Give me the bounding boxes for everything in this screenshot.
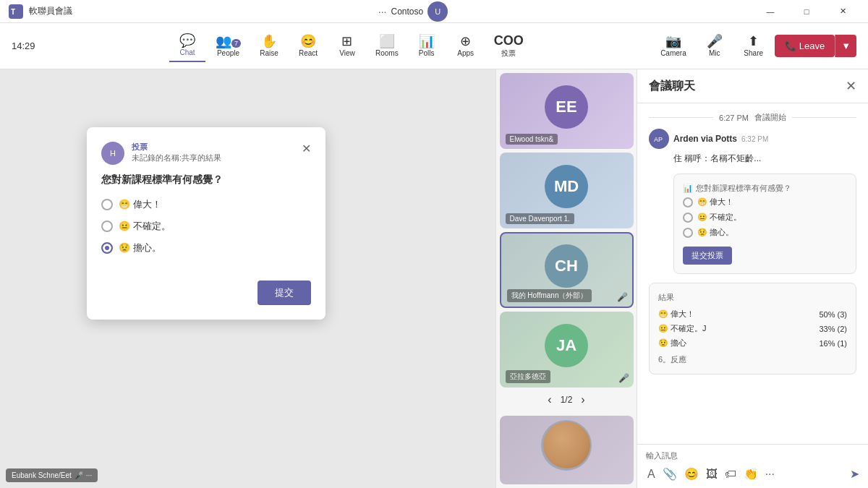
contoso-label: Contoso [391,7,423,17]
meeting-toolbar: 14:29 💬 Chat 👥7 People ✋ Raise 😊 React ⊞… [0,23,868,69]
poll-card-submit-button[interactable]: 提交投票 [683,247,732,265]
person-face [543,421,590,468]
poll-option-3: 😟 擔心。 [101,241,311,254]
format-button[interactable]: A [646,466,657,482]
people-button[interactable]: 👥7 People [208,30,248,61]
poll-modal: H 投票 未記錄的名稱:共享的結果 ✕ 您對新課程標準有何感覺？ 😁 偉大！ 😐… [87,127,326,320]
more-chat-options-button[interactable]: ··· [764,466,776,482]
poll-card-radio-2[interactable] [683,213,693,223]
title-bar-title: 軟聯員會議 [29,5,72,17]
camera-icon: 📷 [665,35,681,48]
chat-msg-header-1: AP Arden via Potts 6:32 PM [649,129,856,149]
apps-button[interactable]: ⊕ Apps [448,30,484,61]
bottom-participant-area: Eubank Schne/Eet 🎤 ··· [6,468,98,482]
chat-button[interactable]: 💬 Chat [169,30,205,62]
view-button[interactable]: ⊞ View [329,30,365,61]
poll-host-avatar: H [101,142,124,165]
meeting-area: H 投票 未記錄的名稱:共享的結果 ✕ 您對新課程標準有何感覺？ 😁 偉大！ 😐… [0,69,495,488]
gif-button[interactable]: 🖼 [705,466,719,482]
camera-button[interactable]: 📷 Camera [653,30,694,61]
toolbar-left: 14:29 [12,40,41,51]
leave-chevron-button[interactable]: ▼ [835,35,856,57]
people-icon: 👥7 [216,35,241,48]
react-icon: 😊 [300,35,316,48]
video-cell-ee: EE Elwood tskn& [500,73,634,149]
mic-status-icon: 🎤 [75,471,83,479]
svg-text:AP: AP [654,136,663,143]
poll-radio-2[interactable] [101,221,113,232]
poll-option-2: 😐 不確定。 [101,220,311,233]
raise-icon: ✋ [261,35,277,48]
mic-icon-ch: 🎤 [617,292,628,302]
video-cell-ja: JA 亞拉多徳亞 🎤 [500,312,634,388]
poll-radio-3[interactable] [101,242,113,254]
view-icon: ⊞ [341,35,352,48]
leave-button[interactable]: 📞 Leave [775,35,835,57]
participant-name: Eubank Schne/Eet [12,471,72,479]
poll-card-option-1: 😁 偉大！ [683,197,847,207]
poll-card-radio-1[interactable] [683,197,693,207]
chat-msg-body-1: 住 稱呼：名稱不矩齡... [673,152,856,165]
chat-close-button[interactable]: ✕ [846,78,856,94]
avatar-md: MD [545,165,588,208]
poll-card-title: 📊 您對新課程標準有何感覺？ [683,183,847,194]
react-button[interactable]: 😊 React [290,30,326,61]
close-button[interactable]: ✕ [826,0,859,23]
attach-button[interactable]: 📎 [661,466,678,482]
poll-question: 您對新課程標準有何感覺？ [101,174,311,187]
emoji-button[interactable]: 😊 [683,466,700,482]
phone-icon: 📞 [785,40,796,51]
raise-button[interactable]: ✋ Raise [251,30,287,61]
poll-card-option-2: 😐 不確定。 [683,212,847,223]
poll-radio-1[interactable] [101,199,113,210]
person-photo [541,420,592,471]
poll-option-label-1: 😁 偉大！ [119,198,161,211]
avatar-ee: EE [545,85,588,129]
leave-group: 📞 Leave ▼ [775,35,856,57]
prev-page-button[interactable]: ‹ [548,393,551,406]
mic-icon-ja: 🎤 [618,373,629,383]
name-ja: 亞拉多徳亞 [506,370,550,383]
poll-result-pct-1: 50% (3) [804,310,847,319]
poll-close-button[interactable]: ✕ [302,142,311,155]
more-options-icon[interactable]: ··· [86,471,92,479]
video-grid: EE Elwood tskn& MD Dave Davenport 1. CH … [495,69,637,488]
chat-icon: 💬 [179,34,195,47]
contoso-area: ··· Contoso U [378,1,448,22]
polls-button[interactable]: 📊 Polls [409,30,445,61]
poll-card-option-3: 😟 擔心。 [683,227,847,238]
video-pagination: ‹ 1/2 › [496,388,637,412]
mic-icon: 🎤 [707,35,723,48]
praise-button[interactable]: 👏 [742,466,760,482]
toolbar-right: 📷 Camera 🎤 Mic ⬆ Share 📞 Leave ▼ [653,30,856,61]
poll-result-pct-3: 16% (1) [804,339,847,348]
maximize-button[interactable]: □ [790,0,823,23]
poll-option-1: 😁 偉大！ [101,198,311,211]
page-indicator: 1/2 [561,395,573,405]
poll-label: 投票 [132,142,294,153]
mic-button[interactable]: 🎤 Mic [697,30,733,61]
poll-option-label-3: 😟 擔心。 [119,241,161,254]
share-button[interactable]: ⬆ Share [736,30,772,61]
next-page-button[interactable]: › [581,393,584,406]
title-bar: T 軟聯員會議 ··· Contoso U — □ ✕ [0,0,868,23]
chat-panel-title: 會議聊天 [649,79,695,94]
poll-card-radio-3[interactable] [683,228,693,238]
avatar-ch: CH [545,244,588,288]
sticker-button[interactable]: 🏷 [723,466,738,482]
name-ch: 我的 Hoffmann（外部） [507,289,592,302]
rooms-button[interactable]: ⬜ Rooms [368,30,406,61]
more-options-icon[interactable]: ··· [378,6,387,17]
chat-msg-name-1: Arden via Potts [673,134,737,144]
chat-msg-avatar-1: AP [649,129,669,149]
svg-text:T: T [11,8,15,16]
coo-button[interactable]: COO 投票 [487,30,531,63]
poll-results-title: 結果 [658,292,847,303]
chat-input-label: 輸入訊息 [646,450,859,461]
send-button[interactable]: ➤ [850,467,859,481]
chat-msg-time-1: 6:32 PM [741,135,768,143]
chat-system-message: 6:27 PM 會議開始 [649,112,856,123]
minimize-button[interactable]: — [754,0,787,23]
apps-icon: ⊕ [460,35,471,48]
poll-submit-button[interactable]: 提交 [258,281,311,305]
